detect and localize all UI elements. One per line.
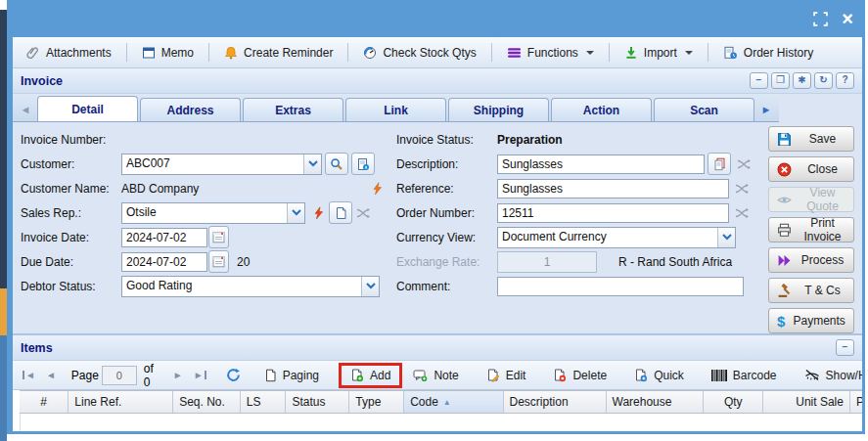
shuffle-icon[interactable] [732, 179, 752, 198]
chevron-down-icon[interactable] [717, 228, 735, 247]
show-hide-button[interactable]: Show/Hide [797, 366, 862, 385]
delete-label: Delete [572, 369, 607, 382]
previous-page-icon[interactable]: ◄ [42, 368, 60, 382]
note-button[interactable]: Note [405, 366, 466, 385]
panel-help-button[interactable]: ? [836, 72, 854, 89]
chevron-down-icon[interactable] [303, 154, 321, 174]
order-history-button[interactable]: Order History [715, 43, 821, 63]
customer-info-button[interactable] [351, 153, 375, 175]
column-header-number[interactable]: # [20, 391, 69, 413]
column-header-unit-sale[interactable]: Unit Sale [763, 391, 850, 413]
import-icon [624, 46, 638, 60]
column-header-code[interactable]: Code ▲ [404, 391, 503, 413]
column-header-qty[interactable]: Qty [704, 391, 763, 413]
items-minimize-button[interactable]: − [836, 339, 854, 356]
terms-button[interactable]: T & Cs [768, 278, 854, 303]
search-icon [330, 157, 343, 171]
shuffle-icon[interactable] [732, 203, 752, 223]
chevron-down-icon[interactable] [361, 277, 379, 296]
chevron-down-icon[interactable] [287, 203, 304, 223]
column-header-ls[interactable]: LS [241, 391, 287, 413]
check-stock-label: Check Stock Qtys [383, 46, 476, 60]
functions-button[interactable]: Functions [499, 43, 602, 63]
last-page-icon[interactable]: ► [190, 368, 210, 382]
payments-button[interactable]: $ Payments [768, 308, 854, 333]
description-notes-button[interactable] [708, 153, 731, 175]
due-date-label: Due Date: [21, 255, 121, 269]
add-label: Add [370, 369, 390, 382]
grid-body-empty[interactable] [20, 414, 862, 431]
printer-icon [777, 223, 792, 238]
column-header-pricing-level[interactable]: Pricing level [850, 391, 862, 413]
toolbar-separator [208, 43, 209, 62]
tab-address[interactable]: Address [140, 98, 241, 121]
document-button[interactable] [329, 201, 352, 224]
column-header-warehouse[interactable]: Warehouse [607, 391, 705, 413]
description-input[interactable] [497, 154, 705, 174]
invoice-date-input[interactable] [121, 228, 207, 247]
quick-button[interactable]: Quick [626, 366, 692, 385]
import-button[interactable]: Import [617, 43, 701, 63]
customer-combo[interactable]: ABC007 [121, 154, 322, 175]
paging-label: Paging [283, 369, 319, 382]
fullscreen-icon[interactable] [813, 12, 828, 26]
due-date-input[interactable] [121, 252, 207, 272]
customer-search-button[interactable] [325, 153, 348, 175]
shuffle-icon[interactable] [353, 203, 373, 223]
debtor-status-value: Good Rating [122, 277, 361, 296]
chevron-down-icon [685, 51, 693, 55]
add-button[interactable]: Add [345, 367, 395, 384]
memo-button[interactable]: Memo [134, 43, 202, 63]
column-header-line-ref[interactable]: Line Ref. [69, 391, 173, 413]
currency-view-combo[interactable]: Document Currency [497, 227, 736, 248]
panel-restore-button[interactable]: ❐ [771, 72, 790, 89]
due-date-calendar-button[interactable] [208, 250, 229, 273]
sales-rep-combo[interactable]: Otsile [121, 202, 305, 224]
customer-value: ABC007 [122, 154, 303, 174]
delete-doc-icon [553, 369, 567, 382]
barcode-button[interactable]: Barcode [704, 366, 785, 385]
page-label: Page [71, 369, 99, 382]
order-number-input[interactable] [497, 203, 729, 223]
tab-scroll-left-icon[interactable]: ◄ [15, 99, 36, 120]
reference-input[interactable] [497, 179, 729, 198]
edit-label: Edit [506, 369, 526, 382]
paging-button[interactable]: Paging [256, 366, 327, 385]
functions-label: Functions [527, 46, 578, 60]
lightning-icon[interactable] [367, 179, 387, 198]
create-reminder-button[interactable]: Create Reminder [216, 43, 341, 63]
next-page-icon[interactable]: ► [169, 368, 187, 382]
tab-link[interactable]: Link [345, 98, 446, 121]
shuffle-icon[interactable] [734, 154, 754, 174]
panel-refresh-button[interactable]: ↻ [814, 72, 833, 89]
page-number-input[interactable] [102, 366, 137, 385]
delete-button[interactable]: Delete [545, 366, 615, 385]
print-invoice-button[interactable]: Print Invoice [768, 217, 854, 243]
tab-shipping[interactable]: Shipping [448, 98, 549, 121]
tab-detail[interactable]: Detail [37, 96, 138, 121]
column-header-type[interactable]: Type [349, 391, 404, 413]
check-stock-qtys-button[interactable]: Check Stock Qtys [355, 43, 483, 63]
tab-extras[interactable]: Extras [243, 98, 343, 121]
save-button[interactable]: Save [768, 126, 854, 152]
column-header-description[interactable]: Description [504, 391, 607, 413]
first-page-icon[interactable]: ◄ [19, 368, 39, 382]
edit-button[interactable]: Edit [479, 366, 534, 385]
exchange-rate-input [497, 251, 597, 273]
column-header-status[interactable]: Status [286, 391, 349, 413]
close-icon[interactable]: × [842, 9, 853, 28]
refresh-icon[interactable] [222, 366, 245, 384]
tab-action[interactable]: Action [551, 98, 652, 121]
invoice-date-calendar-button[interactable] [208, 226, 229, 248]
lightning-icon[interactable] [308, 203, 328, 223]
tab-scan[interactable]: Scan [654, 98, 754, 121]
debtor-status-combo[interactable]: Good Rating [121, 276, 380, 297]
comment-input[interactable] [497, 277, 744, 296]
attachments-button[interactable]: Attachments [19, 43, 119, 63]
column-header-seq-no[interactable]: Seq. No. [173, 391, 241, 413]
tab-scroll-right-icon[interactable]: ► [755, 99, 777, 120]
panel-minimize-button[interactable]: − [750, 72, 768, 89]
process-button[interactable]: Process [768, 247, 854, 273]
close-button[interactable]: Close [768, 156, 854, 182]
panel-settings-button[interactable]: ✱ [793, 72, 811, 89]
